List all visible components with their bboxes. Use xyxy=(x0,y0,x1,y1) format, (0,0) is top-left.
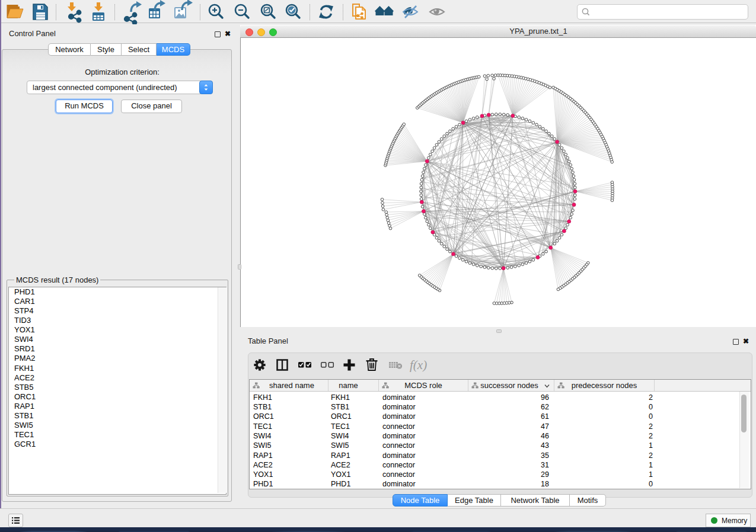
svg-text:f(x): f(x) xyxy=(410,358,427,372)
